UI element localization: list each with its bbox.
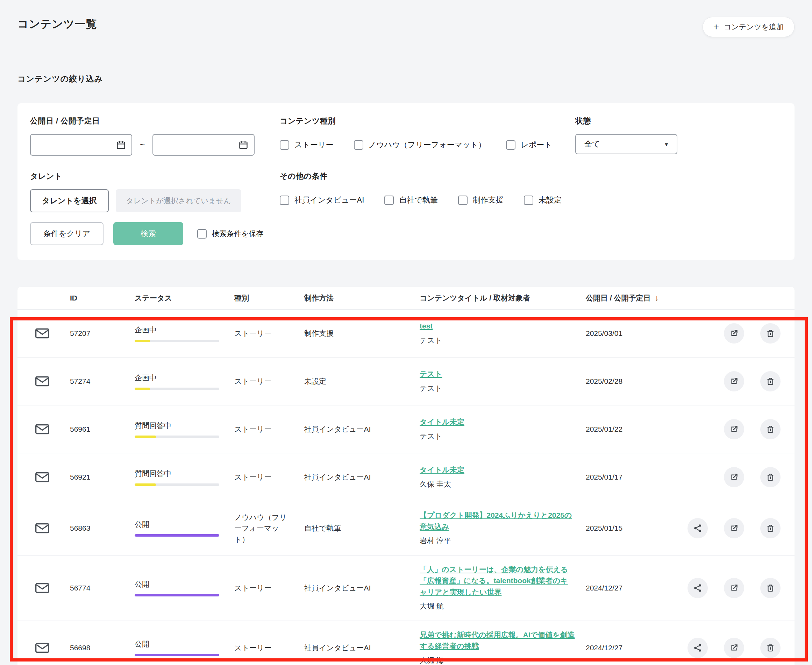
checkbox-report[interactable]: レポート: [506, 139, 552, 150]
table-row: 57274 企画中 ストーリー 未設定 テスト テスト 2025/02/28: [18, 357, 794, 405]
open-button[interactable]: [724, 323, 744, 344]
interviewee-name: テスト: [420, 335, 575, 346]
date-to-field[interactable]: [152, 134, 255, 156]
row-title-cell: 【プロダクト開発】2024ふりかえりと2025の意気込み 岩村 淳平: [420, 510, 586, 547]
checkbox-knowhow[interactable]: ノウハウ（フリーフォーマット）: [354, 139, 486, 150]
delete-button[interactable]: [760, 371, 781, 391]
row-actions: [687, 578, 794, 598]
calendar-icon: [116, 140, 126, 150]
row-title-cell: 兄弟で挑む新時代の採用広報。AIで価値を創造する経営者の挑戦 大堀 海: [420, 629, 586, 665]
delete-button[interactable]: [760, 419, 781, 439]
interviewee-name: 久保 圭太: [420, 478, 575, 490]
mail-icon[interactable]: [33, 422, 51, 437]
table-row: 56921 質問回答中 ストーリー 社員インタビューAI タイトル未定 久保 圭…: [18, 453, 794, 501]
open-button[interactable]: [724, 371, 744, 391]
row-id: 56961: [70, 425, 135, 433]
checkbox-story[interactable]: ストーリー: [280, 139, 333, 150]
share-button[interactable]: [688, 578, 708, 598]
row-title-cell: テスト テスト: [420, 369, 586, 394]
status-select[interactable]: 全て ▼: [575, 134, 677, 154]
page-title: コンテンツ一覧: [18, 17, 97, 31]
mail-icon[interactable]: [33, 640, 51, 655]
table-row: 56863 公開 ノウハウ（フリーフォーマット） 自社で執筆 【プロダクト開発】…: [18, 501, 794, 555]
checkbox-icon: [524, 195, 533, 205]
filter-heading: コンテンツの絞り込み: [18, 74, 794, 84]
status-progress-bar: [135, 340, 219, 342]
delete-button[interactable]: [760, 467, 781, 487]
row-type: ノウハウ（フリーフォーマット）: [234, 512, 304, 545]
date-from-input[interactable]: [37, 141, 116, 149]
row-method: 社員インタビューAI: [304, 643, 420, 653]
share-button[interactable]: [688, 638, 708, 658]
mail-icon[interactable]: [33, 326, 51, 341]
interviewee-name: テスト: [420, 383, 575, 394]
row-actions: [687, 371, 794, 391]
talent-filter-group: タレント タレントを選択 タレントが選択されていません: [30, 171, 280, 212]
row-date: 2024/12/27: [586, 584, 687, 592]
row-actions: [687, 323, 794, 344]
row-actions: [687, 419, 794, 439]
row-id: 56698: [70, 644, 135, 652]
checkbox-production-support[interactable]: 制作支援: [458, 195, 503, 205]
content-title-link[interactable]: テスト: [420, 370, 442, 378]
row-actions: [687, 518, 794, 538]
row-method: 自社で執筆: [304, 523, 420, 533]
checkbox-employee-interview-ai[interactable]: 社員インタビューAI: [280, 195, 364, 205]
content-type-filter-group: コンテンツ種別 ストーリー ノウハウ（フリーフォーマット） レポート: [280, 116, 575, 156]
open-button[interactable]: [724, 467, 744, 487]
row-actions: [687, 638, 794, 658]
open-button[interactable]: [724, 419, 744, 439]
content-title-link[interactable]: タイトル未定: [420, 418, 464, 426]
open-button[interactable]: [724, 638, 744, 658]
mail-icon[interactable]: [33, 581, 51, 595]
add-content-button[interactable]: + コンテンツを追加: [703, 17, 794, 37]
mail-icon[interactable]: [33, 470, 51, 485]
topbar: コンテンツ一覧 + コンテンツを追加: [18, 17, 794, 37]
checkbox-icon: [197, 229, 207, 239]
mail-icon[interactable]: [33, 521, 51, 536]
header-title: コンテンツタイトル / 取材対象者: [420, 292, 586, 304]
row-id: 56863: [70, 524, 135, 532]
share-button[interactable]: [688, 518, 708, 538]
delete-button[interactable]: [760, 518, 781, 538]
checkbox-icon: [506, 140, 515, 150]
checkbox-icon: [354, 140, 363, 150]
header-type: 種別: [234, 292, 304, 304]
content-title-link[interactable]: 【プロダクト開発】2024ふりかえりと2025の意気込み: [420, 511, 572, 531]
row-id: 56774: [70, 584, 135, 592]
search-button[interactable]: 検索: [113, 222, 183, 245]
clear-filters-button[interactable]: 条件をクリア: [30, 222, 103, 245]
delete-button[interactable]: [760, 578, 781, 598]
sort-desc-icon[interactable]: ↓: [655, 293, 659, 303]
date-to-input[interactable]: [160, 141, 239, 149]
mail-icon[interactable]: [33, 374, 51, 389]
open-button[interactable]: [724, 518, 744, 538]
chevron-down-icon: ▼: [664, 141, 669, 147]
delete-button[interactable]: [760, 323, 781, 344]
row-title-cell: タイトル未定 テスト: [420, 416, 586, 442]
interviewee-name: 大堀 海: [420, 655, 575, 665]
checkbox-label: 自社で執筆: [399, 195, 438, 205]
checkbox-label: 未設定: [539, 195, 562, 205]
content-title-link[interactable]: 「人」のストーリーは、企業の魅力を伝える「広報資産」になる。talentbook…: [420, 565, 568, 596]
table-row: 56961 質問回答中 ストーリー 社員インタビューAI タイトル未定 テスト …: [18, 405, 794, 453]
checkbox-unset[interactable]: 未設定: [524, 195, 562, 205]
row-type: ストーリー: [234, 424, 304, 435]
select-talent-button[interactable]: タレントを選択: [30, 189, 109, 212]
row-type: ストーリー: [234, 472, 304, 483]
content-list-page: コンテンツ一覧 + コンテンツを追加 コンテンツの絞り込み 公開日 / 公開予定…: [0, 0, 812, 665]
content-title-link[interactable]: 兄弟で挑む新時代の採用広報。AIで価値を創造する経営者の挑戦: [420, 631, 575, 650]
content-type-label: コンテンツ種別: [280, 116, 575, 126]
table-header: ID ステータス 種別 制作方法 コンテンツタイトル / 取材対象者 公開日 /…: [18, 287, 794, 309]
content-title-link[interactable]: タイトル未定: [420, 465, 464, 473]
save-search-checkbox[interactable]: 検索条件を保存: [197, 229, 264, 239]
row-type: ストーリー: [234, 582, 304, 594]
date-from-field[interactable]: [30, 134, 132, 156]
open-button[interactable]: [724, 578, 744, 598]
delete-button[interactable]: [760, 638, 781, 658]
checkbox-label: 社員インタビューAI: [294, 195, 364, 205]
checkbox-written-inhouse[interactable]: 自社で執筆: [384, 195, 438, 205]
row-title-cell: test テスト: [420, 320, 586, 346]
content-title-link[interactable]: test: [420, 322, 433, 330]
filter-card: 公開日 / 公開予定日 ~ コンテンツ種別: [18, 103, 794, 260]
